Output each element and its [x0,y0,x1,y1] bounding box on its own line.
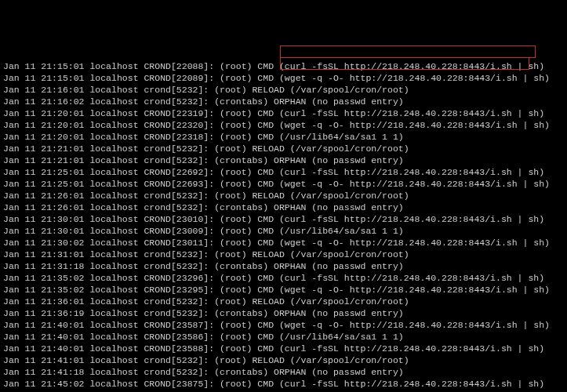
log-line: Jan 11 21:21:01 localhost crond[5232]: (… [3,154,564,166]
log-line: Jan 11 21:16:01 localhost crond[5232]: (… [3,84,564,96]
log-line: Jan 11 21:30:02 localhost CROND[23011]: … [3,237,564,249]
log-line: Jan 11 21:20:01 localhost CROND[22319]: … [3,107,564,119]
log-line: Jan 11 21:36:01 localhost crond[5232]: (… [3,296,564,307]
log-line: Jan 11 21:35:02 localhost CROND[23295]: … [3,284,564,296]
log-line: Jan 11 21:20:01 localhost CROND[22320]: … [3,119,564,131]
log-line: Jan 11 21:20:01 localhost CROND[22318]: … [3,131,564,143]
log-line: Jan 11 21:31:18 localhost crond[5232]: (… [3,260,564,272]
log-line: Jan 11 21:36:19 localhost crond[5232]: (… [3,307,564,319]
log-line: Jan 11 21:26:01 localhost crond[5232]: (… [3,201,564,213]
log-line: Jan 11 21:30:01 localhost CROND[23009]: … [3,225,564,237]
log-line: Jan 11 21:40:01 localhost CROND[23586]: … [3,331,564,343]
log-line: Jan 11 21:21:01 localhost crond[5232]: (… [3,143,564,154]
log-line: Jan 11 21:40:01 localhost CROND[23588]: … [3,343,564,354]
log-line: Jan 11 21:31:01 localhost crond[5232]: (… [3,249,564,260]
log-line: Jan 11 21:25:01 localhost CROND[22692]: … [3,166,564,178]
log-line: Jan 11 21:41:18 localhost crond[5232]: (… [3,366,564,378]
log-line: Jan 11 21:25:01 localhost CROND[22693]: … [3,178,564,190]
log-line: Jan 11 21:16:02 localhost crond[5232]: (… [3,96,564,107]
log-line: Jan 11 21:26:01 localhost crond[5232]: (… [3,190,564,201]
log-line: Jan 11 21:45:02 localhost CROND[23875]: … [3,378,564,390]
log-line: Jan 11 21:41:01 localhost crond[5232]: (… [3,354,564,366]
log-line: Jan 11 21:30:01 localhost CROND[23010]: … [3,213,564,225]
log-line: Jan 11 21:15:01 localhost CROND[22089]: … [3,72,564,84]
log-line: Jan 11 21:15:01 localhost CROND[22088]: … [3,60,564,72]
highlight-box [280,45,536,58]
log-line: Jan 11 21:35:02 localhost CROND[23296]: … [3,272,564,284]
log-line: Jan 11 21:40:01 localhost CROND[23587]: … [3,319,564,331]
terminal-log: Jan 11 21:15:01 localhost CROND[22088]: … [0,59,567,392]
